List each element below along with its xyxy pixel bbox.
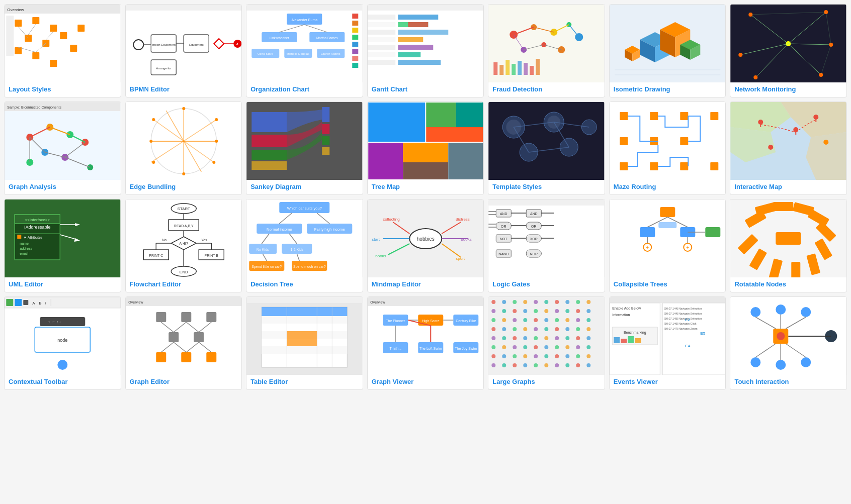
- card-collapsible-trees[interactable]: + + Collapsible Trees: [609, 199, 726, 292]
- svg-point-449: [587, 327, 591, 331]
- svg-point-478: [576, 354, 580, 358]
- svg-rect-132: [5, 102, 120, 180]
- svg-text:1-2 Kids: 1-2 Kids: [291, 248, 304, 251]
- svg-point-479: [587, 354, 591, 358]
- svg-text:Lauren Adams: Lauren Adams: [321, 52, 341, 55]
- card-mindmap-editor[interactable]: hobbies collecting start books distress …: [367, 199, 484, 292]
- svg-rect-5: [50, 25, 57, 32]
- svg-rect-97: [524, 63, 528, 75]
- svg-rect-491: [610, 297, 725, 303]
- card-flowchart-editor[interactable]: START READ A,B,Y A>B? No Yes PRINT C PRI…: [125, 199, 242, 292]
- card-gantt-chart[interactable]: Gantt Chart: [367, 4, 484, 97]
- svg-rect-504: [621, 339, 627, 343]
- svg-point-422: [513, 309, 517, 313]
- svg-rect-381: [262, 324, 347, 331]
- svg-text:▼ Attributes: ▼ Attributes: [23, 236, 43, 239]
- card-interactive-map[interactable]: Interactive Map: [730, 102, 847, 195]
- svg-text:B: B: [39, 301, 41, 306]
- svg-text:Enable Add Below: Enable Add Below: [612, 307, 641, 310]
- svg-point-450: [492, 336, 496, 340]
- svg-rect-8: [15, 47, 22, 54]
- card-table-editor[interactable]: Table Editor: [246, 296, 363, 390]
- card-graph-editor[interactable]: Overview Graph Editor: [125, 296, 242, 390]
- svg-text:A>B?: A>B?: [179, 242, 188, 245]
- svg-rect-175: [448, 142, 483, 180]
- card-sankey-diagram[interactable]: Sankey Diagram: [246, 102, 363, 195]
- svg-rect-345: [6, 299, 13, 306]
- svg-point-439: [587, 318, 591, 322]
- svg-rect-326: [705, 227, 720, 237]
- svg-text:Linkscheaner: Linkscheaner: [270, 36, 289, 40]
- card-uml-editor[interactable]: <<Interface>> IAddressable ▼ Attributes …: [4, 199, 121, 292]
- svg-rect-170: [456, 102, 483, 127]
- svg-point-469: [587, 345, 591, 349]
- card-organization-chart[interactable]: Alexander Burns Linkscheaner Martha Barn…: [246, 4, 363, 97]
- label-gantt-chart: Gantt Chart: [368, 82, 484, 97]
- svg-point-481: [502, 363, 506, 367]
- label-graph-analysis: Graph Analysis: [5, 180, 121, 194]
- svg-point-467: [566, 345, 570, 349]
- preview-edge-bundling: [126, 102, 242, 180]
- svg-text:hobbies: hobbies: [416, 236, 434, 242]
- card-template-styles[interactable]: Template Styles: [488, 102, 605, 195]
- svg-text:Normal income: Normal income: [267, 227, 292, 232]
- card-isometric-drawing[interactable]: Isometric Drawing: [609, 4, 726, 97]
- preview-events-viewer: Enable Add Below Information [30.07.144]…: [610, 297, 726, 375]
- card-edge-bundling[interactable]: Edge Bundling: [125, 102, 242, 195]
- preview-rotatable-nodes: [730, 199, 846, 277]
- svg-text:High Score: High Score: [422, 319, 440, 323]
- svg-text:Century Bike: Century Bike: [456, 319, 476, 323]
- svg-point-468: [576, 345, 580, 349]
- card-network-monitoring[interactable]: Network Monitoring: [730, 4, 847, 97]
- card-layout-styles[interactable]: Overview Layout Styles: [4, 4, 121, 97]
- card-graph-analysis[interactable]: Sample: Biconnected Components Graph Ana…: [4, 102, 121, 195]
- card-bpmn-editor[interactable]: Import Equipment Equipment ✗ Arrange for…: [125, 4, 242, 97]
- svg-rect-287: [489, 199, 605, 206]
- label-large-graphs: Large Graphs: [488, 375, 605, 389]
- svg-rect-9: [60, 32, 67, 39]
- svg-text:name: name: [20, 242, 29, 245]
- card-fraud-detection[interactable]: Fraud Detection: [488, 4, 605, 97]
- svg-rect-65: [398, 37, 423, 42]
- card-rotatable-nodes[interactable]: Rotatable Nodes: [730, 199, 847, 292]
- label-organization-chart: Organization Chart: [246, 82, 363, 97]
- svg-point-156: [212, 161, 215, 164]
- svg-text:AND: AND: [530, 212, 538, 216]
- svg-point-160: [152, 118, 155, 121]
- svg-rect-339: [792, 262, 801, 277]
- svg-rect-60: [368, 5, 483, 11]
- card-events-viewer[interactable]: Enable Add Below Information [30.07.144]…: [609, 296, 726, 390]
- svg-point-456: [555, 336, 559, 340]
- svg-rect-36: [246, 5, 362, 11]
- svg-text:PRINT C: PRINT C: [149, 254, 163, 257]
- card-decision-tree[interactable]: Which car suits you? Normal income Fairl…: [246, 199, 363, 292]
- svg-rect-357: [126, 297, 241, 375]
- card-contextual-toolbar[interactable]: A B I node → ← ↑ ↓ Contextual Toolbar: [4, 296, 121, 390]
- svg-text:Arrange for: Arrange for: [156, 67, 171, 70]
- card-tree-map[interactable]: Tree Map: [367, 102, 484, 195]
- svg-point-475: [545, 354, 549, 358]
- svg-rect-93: [500, 65, 504, 75]
- svg-text:node: node: [57, 338, 67, 343]
- svg-text:OR: OR: [531, 225, 537, 228]
- label-bpmn-editor: BPMN Editor: [126, 82, 242, 97]
- svg-rect-168: [368, 103, 425, 142]
- card-logic-gates[interactable]: AND AND OR OR NOT XOR NAND NOR: [488, 199, 605, 292]
- svg-point-454: [534, 336, 538, 340]
- svg-rect-72: [368, 37, 395, 42]
- card-maze-routing[interactable]: Maze Routing: [609, 102, 726, 195]
- svg-point-455: [545, 336, 549, 340]
- card-touch-interaction[interactable]: Touch Interaction: [730, 296, 847, 390]
- svg-rect-10: [32, 52, 39, 59]
- card-large-graphs[interactable]: Large Graphs: [488, 296, 605, 390]
- svg-rect-71: [368, 30, 395, 35]
- svg-rect-361: [181, 312, 191, 322]
- label-collapsible-trees: Collapsible Trees: [610, 277, 726, 292]
- svg-rect-63: [408, 22, 428, 27]
- card-graph-viewer[interactable]: Overview The Planner High Score Century …: [367, 296, 484, 390]
- svg-text:books: books: [461, 237, 471, 242]
- svg-text:Which car suits you?: Which car suits you?: [287, 206, 322, 211]
- svg-point-421: [502, 309, 506, 313]
- svg-point-435: [545, 318, 549, 322]
- svg-point-356: [57, 360, 67, 370]
